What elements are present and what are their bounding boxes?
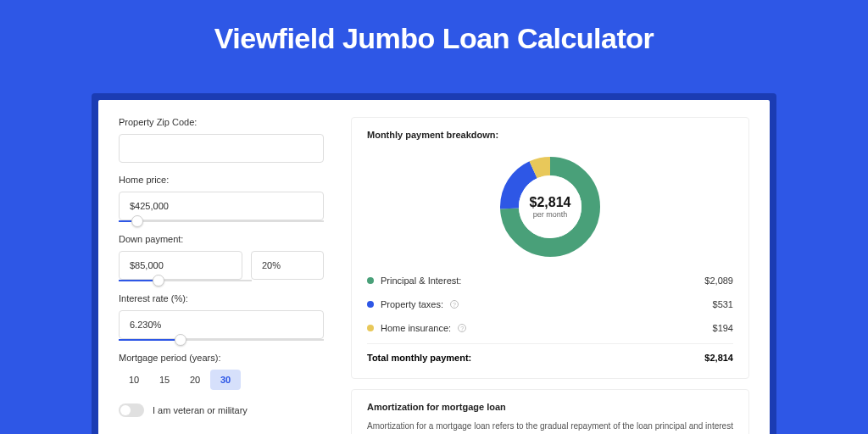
- interest-field-group: Interest rate (%):: [119, 293, 324, 341]
- zip-input[interactable]: [119, 134, 324, 163]
- home-price-input[interactable]: [119, 192, 324, 220]
- donut-center-value: $2,814: [530, 195, 571, 210]
- legend-dot-insurance: [367, 325, 374, 331]
- zip-label: Property Zip Code:: [119, 117, 324, 127]
- legend-label: Home insurance:: [381, 323, 451, 333]
- period-field-group: Mortgage period (years): 10 15 20 30: [119, 353, 324, 390]
- donut-center-sub: per month: [530, 210, 571, 219]
- interest-input[interactable]: [119, 310, 324, 339]
- period-label: Mortgage period (years):: [119, 353, 324, 363]
- veteran-toggle[interactable]: [119, 403, 144, 417]
- page-title: Viewfield Jumbo Loan Calculator: [0, 0, 868, 72]
- down-payment-pct-input[interactable]: [251, 251, 324, 280]
- breakdown-heading: Monthly payment breakdown:: [367, 130, 733, 140]
- home-price-label: Home price:: [119, 175, 324, 185]
- legend-value: $2,089: [704, 275, 733, 286]
- total-label: Total monthly payment:: [367, 353, 471, 363]
- breakdown-panel: Monthly payment breakdown: $2,: [351, 117, 749, 379]
- legend-row-principal: Principal & Interest: $2,089: [367, 269, 733, 292]
- amortization-heading: Amortization for mortgage loan: [367, 402, 733, 412]
- zip-field-group: Property Zip Code:: [119, 117, 324, 163]
- slider-thumb[interactable]: [131, 215, 143, 227]
- home-price-slider[interactable]: [119, 220, 324, 222]
- slider-thumb[interactable]: [175, 334, 186, 346]
- donut-center: $2,814 per month: [530, 195, 571, 219]
- donut-chart-wrap: $2,814 per month: [367, 148, 733, 269]
- period-btn-30[interactable]: 30: [210, 370, 241, 390]
- veteran-toggle-row: I am veteran or military: [119, 403, 324, 417]
- home-price-field-group: Home price:: [119, 175, 324, 222]
- interest-label: Interest rate (%):: [119, 293, 324, 303]
- total-row: Total monthly payment: $2,814: [367, 343, 733, 366]
- legend-label: Principal & Interest:: [381, 275, 461, 286]
- legend-value: $531: [713, 299, 733, 309]
- interest-slider[interactable]: [119, 339, 324, 341]
- amortization-panel: Amortization for mortgage loan Amortizat…: [351, 389, 749, 434]
- amortization-text: Amortization for a mortgage loan refers …: [367, 420, 733, 434]
- period-btn-15[interactable]: 15: [149, 370, 180, 390]
- period-btn-20[interactable]: 20: [180, 370, 210, 390]
- legend-row-taxes: Property taxes: ? $531: [367, 292, 733, 316]
- period-btn-10[interactable]: 10: [119, 370, 149, 390]
- inputs-column: Property Zip Code: Home price: Down paym…: [98, 100, 344, 434]
- veteran-label: I am veteran or military: [153, 405, 248, 415]
- total-value: $2,814: [704, 353, 733, 363]
- info-icon[interactable]: ?: [458, 324, 466, 332]
- legend-label: Property taxes:: [381, 299, 443, 309]
- card-wrapper: Property Zip Code: Home price: Down paym…: [92, 93, 776, 434]
- legend-dot-taxes: [367, 301, 374, 308]
- slider-thumb[interactable]: [153, 275, 164, 287]
- info-icon[interactable]: ?: [450, 300, 459, 309]
- donut-chart: $2,814 per month: [498, 155, 602, 259]
- legend-row-insurance: Home insurance: ? $194: [367, 316, 733, 340]
- down-payment-slider[interactable]: [119, 280, 252, 281]
- down-payment-field-group: Down payment:: [119, 234, 324, 281]
- main-card: Property Zip Code: Home price: Down paym…: [98, 100, 770, 434]
- breakdown-column: Monthly payment breakdown: $2,: [344, 100, 770, 434]
- down-payment-input[interactable]: [119, 251, 242, 280]
- legend-value: $194: [713, 323, 733, 333]
- down-payment-label: Down payment:: [119, 234, 324, 244]
- legend-dot-principal: [367, 277, 374, 284]
- period-button-group: 10 15 20 30: [119, 370, 324, 390]
